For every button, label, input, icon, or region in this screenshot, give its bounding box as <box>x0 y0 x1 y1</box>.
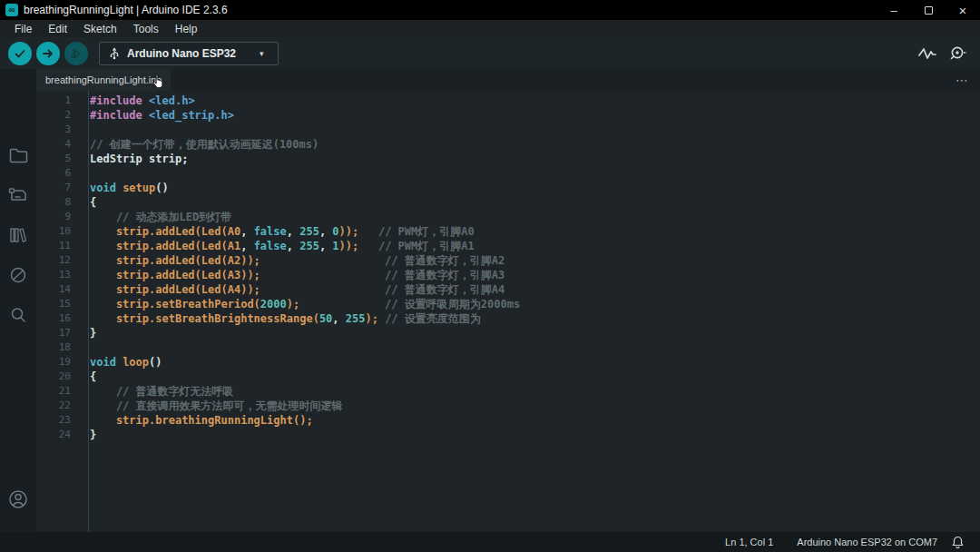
usb-icon <box>109 47 120 60</box>
line-number: 22 <box>36 399 88 413</box>
code-line[interactable]: 8{ <box>36 195 980 210</box>
code-line[interactable]: 4// 创建一个灯带，使用默认动画延迟(100ms) <box>36 137 980 152</box>
code-line[interactable]: 13 strip.addLed(Led(A3)); // 普通数字灯，引脚A3 <box>36 268 980 282</box>
line-number: 3 <box>36 123 88 137</box>
activity-sidebar <box>0 69 36 532</box>
code-text: // 创建一个灯带，使用默认动画延迟(100ms) <box>88 137 318 152</box>
code-line[interactable]: 6 <box>36 166 980 181</box>
debug-disabled-icon <box>9 266 27 284</box>
search-icon <box>9 306 27 324</box>
code-line[interactable]: 1#include <led.h> <box>36 94 980 108</box>
code-line[interactable]: 11 strip.addLed(Led(A1, false, 255, 1));… <box>36 239 980 253</box>
sidebar-item-sketchbook[interactable] <box>0 139 36 172</box>
code-line[interactable]: 16 strip.setBreathBrightnessRange(50, 25… <box>36 311 980 326</box>
check-icon <box>14 47 26 60</box>
serial-plotter-button[interactable] <box>918 44 936 63</box>
code-line[interactable]: 15 strip.setBreathPeriod(2000); // 设置呼吸周… <box>36 297 980 311</box>
notifications-button[interactable] <box>952 536 964 548</box>
line-number: 9 <box>36 210 88 224</box>
code-line[interactable]: 5LedStrip strip; <box>36 152 980 166</box>
arduino-ide-window: ∞ breathingRunningLight | Arduino IDE 2.… <box>0 0 980 552</box>
gutter-separator <box>88 91 89 532</box>
bell-icon <box>952 536 964 548</box>
line-number: 23 <box>36 413 88 428</box>
code-line[interactable]: 7void setup() <box>36 181 980 195</box>
line-number: 7 <box>36 181 88 195</box>
code-line[interactable]: 19void loop() <box>36 355 980 370</box>
serial-monitor-button[interactable] <box>949 44 967 63</box>
close-button[interactable]: × <box>946 0 980 20</box>
sidebar-item-debug[interactable] <box>0 259 36 291</box>
code-text: strip.addLed(Led(A2)); // 普通数字灯，引脚A2 <box>88 253 505 268</box>
code-line[interactable]: 10 strip.addLed(Led(A0, false, 255, 0));… <box>36 224 980 239</box>
window-controls: – × <box>877 0 980 20</box>
line-number: 4 <box>36 137 88 152</box>
maximize-button[interactable] <box>911 0 946 20</box>
code-line[interactable]: 24} <box>36 428 980 442</box>
line-number: 18 <box>36 340 88 355</box>
chevron-down-icon: ▾ <box>260 49 264 58</box>
menu-edit[interactable]: Edit <box>40 20 75 37</box>
line-number: 20 <box>36 370 88 384</box>
account-icon <box>8 489 28 509</box>
board-selector-label: Arduino Nano ESP32 <box>127 47 236 60</box>
code-line[interactable]: 18 <box>36 340 980 355</box>
maximize-icon <box>925 6 933 15</box>
sidebar-item-library-manager[interactable] <box>0 219 36 251</box>
code-line[interactable]: 14 strip.addLed(Led(A4)); // 普通数字灯，引脚A4 <box>36 282 980 297</box>
menu-file[interactable]: File <box>6 20 40 37</box>
more-actions-button[interactable]: ⋯ <box>956 69 969 91</box>
menu-sketch[interactable]: Sketch <box>75 20 125 37</box>
code-editor[interactable]: 1#include <led.h>2#include <led_strip.h>… <box>36 91 980 532</box>
code-text: strip.addLed(Led(A1, false, 255, 1)); //… <box>88 239 475 253</box>
line-number: 8 <box>36 195 88 210</box>
menu-bar: File Edit Sketch Tools Help <box>0 20 980 37</box>
sidebar-item-boards-manager[interactable] <box>0 179 36 212</box>
code-text: { <box>88 195 96 210</box>
code-text: strip.addLed(Led(A3)); // 普通数字灯，引脚A3 <box>88 268 505 282</box>
debug-icon <box>70 47 83 60</box>
tab-bar: breathingRunningLight.ino ⋯ <box>36 69 980 91</box>
code-text: strip.setBreathBrightnessRange(50, 255);… <box>88 311 481 326</box>
arduino-app-icon: ∞ <box>5 4 18 16</box>
line-number: 13 <box>36 268 88 282</box>
code-line[interactable]: 2#include <led_strip.h> <box>36 108 980 123</box>
code-line[interactable]: 23 strip.breathingRunningLight(); <box>36 413 980 428</box>
toolbar: Arduino Nano ESP32 ▾ <box>0 37 980 69</box>
code-line[interactable]: 3 <box>36 123 980 137</box>
menu-help[interactable]: Help <box>167 20 206 37</box>
verify-button[interactable] <box>8 42 32 65</box>
cursor-position[interactable]: Ln 1, Col 1 <box>725 537 773 547</box>
menu-tools[interactable]: Tools <box>125 20 167 37</box>
line-number: 14 <box>36 282 88 297</box>
main-area: breathingRunningLight.ino ⋯ 1#include <l… <box>0 69 980 532</box>
code-line[interactable]: 17} <box>36 326 980 340</box>
upload-button[interactable] <box>36 42 60 65</box>
toolbar-right <box>918 44 980 63</box>
code-text: // 动态添加LED到灯带 <box>88 210 231 224</box>
editor-pane: breathingRunningLight.ino ⋯ 1#include <l… <box>36 69 980 532</box>
line-number: 11 <box>36 239 88 253</box>
line-number: 2 <box>36 108 88 123</box>
code-text: strip.addLed(Led(A4)); // 普通数字灯，引脚A4 <box>88 282 505 297</box>
code-line[interactable]: 22 // 直接调用效果方法即可，无需处理时间逻辑 <box>36 399 980 413</box>
serial-plotter-icon <box>918 46 936 61</box>
board-port-status[interactable]: Arduino Nano ESP32 on COM7 <box>797 537 937 547</box>
board-selector[interactable]: Arduino Nano ESP32 ▾ <box>99 42 279 65</box>
debug-button[interactable] <box>64 42 88 65</box>
line-number: 10 <box>36 224 88 239</box>
code-text: strip.setBreathPeriod(2000); // 设置呼吸周期为2… <box>88 297 520 311</box>
code-text: { <box>88 370 96 384</box>
sidebar-item-account[interactable] <box>0 483 36 516</box>
code-text: void setup() <box>88 181 169 195</box>
serial-monitor-icon <box>949 45 967 62</box>
line-number: 17 <box>36 326 88 340</box>
sidebar-item-search[interactable] <box>0 299 36 331</box>
code-line[interactable]: 12 strip.addLed(Led(A2)); // 普通数字灯，引脚A2 <box>36 253 980 268</box>
code-line[interactable]: 20{ <box>36 370 980 384</box>
code-text: #include <led.h> <box>88 94 195 108</box>
right-arrow-icon <box>42 47 54 60</box>
code-line[interactable]: 9 // 动态添加LED到灯带 <box>36 210 980 224</box>
minimize-button[interactable]: – <box>877 0 911 20</box>
code-line[interactable]: 21 // 普通数字灯无法呼吸 <box>36 384 980 399</box>
